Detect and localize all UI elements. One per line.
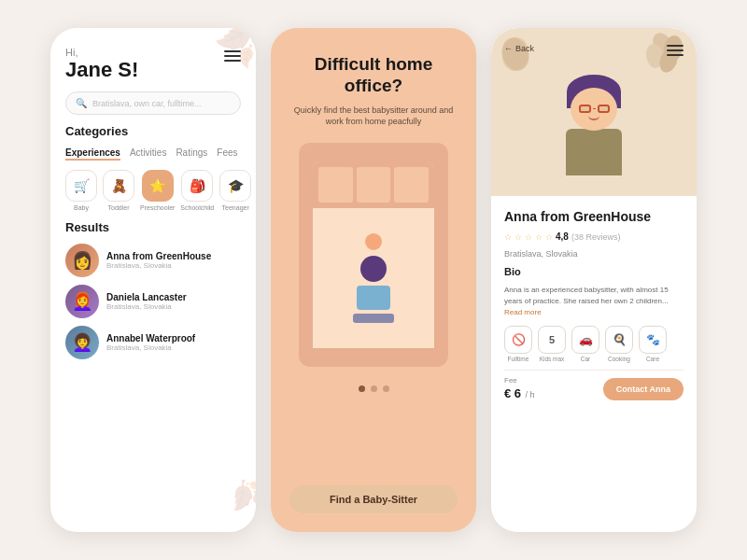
result-item-annabel[interactable]: 👩‍🦱 Annabel Waterproof Bratislava, Slova… [65,326,241,359]
phone2-title: Difficult home office? [289,54,458,97]
menu-button[interactable] [224,47,241,62]
result-name-daniela: Daniela Lancaster [106,292,241,302]
search-placeholder: Bratislava, own car, fulltime... [92,99,202,108]
feat-fulltime-icon: 🚫 [504,326,532,354]
feat-cooking: 🍳 Cooking [605,326,633,362]
reviews-count: (38 Reviews) [571,232,621,242]
feat-cooking-label: Cooking [608,356,630,362]
result-location-anna: Bratislava, Slovakia [106,261,241,270]
avatar-annabel: 👩‍🦱 [65,326,99,359]
cat-toddler-label: Toddler [108,204,130,211]
laptop-figure [353,314,394,323]
window-top [313,161,434,208]
person-body-figure [357,286,390,310]
feat-care-icon: 🐾 [639,326,667,354]
baby-figure [365,233,382,250]
categories-title: Categories [65,124,241,138]
illustration-window [299,143,448,367]
cat-baby-label: Baby [74,204,89,211]
cat-schoolchild-label: Schoolchild [180,204,214,211]
avatar-anna: 👩 [65,244,99,277]
cat-preschooler[interactable]: ⭐ Preschooler [140,170,175,211]
feat-care: 🐾 Care [639,326,667,362]
back-label: Back [515,44,534,53]
phone3-menu-button[interactable] [667,41,684,56]
results-list: 👩 Anna from GreenHouse Bratislava, Slova… [65,244,241,359]
bio-title: Bio [504,266,684,277]
cat-schoolchild[interactable]: 🎒 Schoolchild [180,170,214,211]
feat-car-label: Car [581,356,590,362]
cat-toddler[interactable]: 🧸 Toddler [103,170,134,211]
feat-cooking-icon: 🍳 [605,326,633,354]
back-button[interactable]: ← Back [504,44,534,53]
search-bar[interactable]: 🔍 Bratislava, own car, fulltime... [65,91,241,115]
cat-teenager[interactable]: 🎓 Teenager [219,170,251,211]
feat-kidsmax: 5 Kids max [538,326,566,362]
result-item-daniela[interactable]: 👩‍🦰 Daniela Lancaster Bratislava, Slovak… [65,285,241,318]
rating-row: ☆ ☆ ☆ ☆ ☆ 4,8 (38 Reviews) [504,231,684,242]
feat-car: 🚗 Car [571,326,599,362]
avatar-area [552,56,636,196]
dot-1[interactable] [359,385,365,392]
person-head-figure [360,256,387,282]
cat-teenager-icon: 🎓 [219,170,251,202]
contact-button[interactable]: Contact Anna [603,378,684,400]
find-babysitter-button[interactable]: Find a Baby-Sitter [289,485,458,513]
glasses [579,105,610,113]
result-name-anna: Anna from GreenHouse [106,251,241,261]
phone3-header: ← Back [491,28,697,196]
phone1-card: 🍂 🍂 Hi, Jane S! 🔍 Bratislava, own car, f… [50,28,256,532]
fee-label: Fee [504,376,535,385]
cat-preschooler-icon: ⭐ [142,170,174,202]
glass-bridge [593,108,596,109]
tab-ratings[interactable]: Ratings [176,147,207,161]
feat-kidsmax-icon: 5 [538,326,566,354]
avatar-character [557,75,631,196]
star-4: ☆ [535,232,543,242]
phone2-card: Difficult home office? Quickly find the … [271,28,476,532]
feature-icons-row: 🚫 Fulltime 5 Kids max 🚗 Car 🍳 Cooking 🐾 … [504,326,684,362]
sitter-name: Anna from GreenHouse [504,209,684,224]
right-glass [598,105,610,113]
back-arrow-icon: ← [504,44,513,53]
window-frame [313,161,434,348]
category-icons-row: 🛒 Baby 🧸 Toddler ⭐ Preschooler 🎒 Schoolc… [65,170,241,211]
fee-unit: / h [526,390,535,399]
rating-value: 4,8 [556,231,569,242]
dot-3[interactable] [383,385,389,392]
cat-schoolchild-icon: 🎒 [181,170,213,202]
star-5: ☆ [545,232,553,242]
avatar-mouth [588,116,599,120]
search-icon: 🔍 [76,98,87,108]
tab-experiences[interactable]: Experiences [65,147,120,161]
star-2: ☆ [514,232,522,242]
read-more-link[interactable]: Read more [504,308,542,316]
result-item-anna[interactable]: 👩 Anna from GreenHouse Bratislava, Slova… [65,244,241,277]
user-name: Jane S! [65,58,138,82]
phone2-subtitle: Quickly find the best babysitter around … [289,105,458,128]
star-3: ☆ [525,232,532,242]
result-location-daniela: Bratislava, Slovakia [106,302,241,311]
avatar-head-area [569,75,619,131]
left-glass [579,105,591,113]
result-name-annabel: Annabel Waterproof [106,333,241,343]
tab-fees[interactable]: Fees [217,147,237,161]
phone3-body: Anna from GreenHouse ☆ ☆ ☆ ☆ ☆ 4,8 (38 R… [491,196,697,532]
star-1: ☆ [504,232,512,242]
carousel-dots [359,385,389,392]
cat-baby[interactable]: 🛒 Baby [65,170,97,211]
sitter-location: Bratislava, Slovakia [504,249,684,259]
result-info-daniela: Daniela Lancaster Bratislava, Slovakia [106,292,241,311]
avatar-face [571,88,617,131]
fee-section: Fee € 6 / h [504,376,535,401]
feat-car-icon: 🚗 [571,326,599,354]
feat-fulltime: 🚫 Fulltime [504,326,532,362]
phone3-nav: ← Back [504,41,684,56]
window-body [313,208,434,348]
tab-activities[interactable]: Activities [130,147,166,161]
dot-2[interactable] [371,385,377,392]
result-info-anna: Anna from GreenHouse Bratislava, Slovaki… [106,251,241,270]
phone3-footer: Fee € 6 / h Contact Anna [504,370,684,401]
fee-amount: € 6 [504,386,521,400]
results-title: Results [65,220,241,234]
